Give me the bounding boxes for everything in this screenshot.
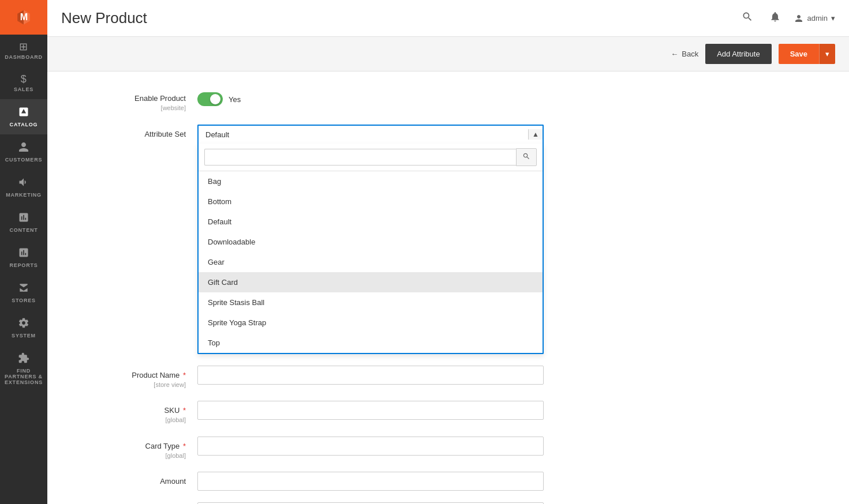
sidebar-logo: M [0,0,47,35]
list-item[interactable]: Top [199,333,543,353]
attribute-set-control: Default ▲ BagBottomDefaultDownloadableGe… [197,125,590,354]
marketing-icon [18,176,29,190]
magento-logo: M [13,7,34,28]
save-dropdown-button[interactable]: ▾ [819,44,835,64]
dropdown-search-input[interactable] [204,149,516,166]
enable-product-scope: [website] [70,104,186,112]
list-item[interactable]: Sprite Stasis Ball [199,292,543,313]
extensions-icon [18,352,29,366]
amount-input[interactable] [197,472,544,491]
sku-scope: [global] [70,416,186,424]
product-form: Enable Product [website] Yes Attribute S… [70,89,590,504]
user-icon [794,13,804,24]
sidebar-item-label: STORES [12,298,36,303]
card-type-label: Card Type * [global] [70,437,197,461]
card-type-scope: [global] [70,452,186,460]
main-content: New Product admin ▾ ← Back Add Attribute… [47,0,849,504]
attribute-set-arrow-icon: ▲ [528,129,543,140]
card-type-row: Card Type * [global] [70,437,590,461]
sidebar-item-label: CONTENT [9,227,38,233]
system-icon [18,317,29,330]
sidebar-item-reports[interactable]: REPORTS [0,240,47,275]
enable-product-row: Enable Product [website] Yes [70,89,590,113]
back-label: Back [682,50,698,58]
product-name-input[interactable] [197,366,544,385]
sidebar-item-marketing[interactable]: MARKETING [0,170,47,205]
save-dropdown-arrow-icon: ▾ [825,50,829,58]
attribute-set-value: Default [205,130,229,139]
save-button[interactable]: Save [779,44,819,64]
reports-icon [18,247,29,260]
dropdown-search-icon [522,152,530,160]
sidebar-item-stores[interactable]: STORES [0,275,47,310]
sidebar-item-label: CUSTOMERS [5,157,43,163]
sidebar-item-label: FIND PARTNERS & EXTENSIONS [2,368,45,385]
sku-control [197,401,590,420]
back-button[interactable]: ← Back [671,50,698,58]
dropdown-search-button[interactable] [516,148,537,166]
list-item[interactable]: Bag [199,171,543,191]
user-menu[interactable]: admin ▾ [794,13,835,24]
enable-product-toggle[interactable] [197,92,223,106]
list-item[interactable]: Gift Card [199,272,543,292]
toggle-thumb [210,94,220,104]
enable-product-control: Yes [197,89,590,106]
product-name-required: * [183,371,186,379]
sku-input[interactable] [197,401,544,420]
sku-label: SKU * [global] [70,401,197,425]
catalog-icon [18,106,29,119]
sidebar-item-customers[interactable]: CUSTOMERS [0,134,47,170]
product-name-label: Product Name * [store view] [70,366,197,390]
sku-required: * [183,406,186,415]
attribute-set-select[interactable]: Default ▲ [197,125,544,144]
content-area: Enable Product [website] Yes Attribute S… [47,72,849,504]
header-actions: admin ▾ [738,7,835,29]
list-item[interactable]: Downloadable [199,232,543,252]
content-icon [18,212,29,225]
sku-row: SKU * [global] [70,401,590,425]
sidebar-item-label: MARKETING [6,192,42,198]
amount-label: Amount [70,472,197,487]
customers-icon [18,141,29,155]
list-item[interactable]: Bottom [199,191,543,212]
dashboard-icon: ⊞ [19,42,28,52]
toggle-track [197,92,223,106]
attribute-set-options-list: BagBottomDefaultDownloadableGearGift Car… [199,171,543,353]
card-type-input[interactable] [197,437,544,456]
sales-icon: $ [21,74,27,84]
sidebar-item-system[interactable]: SYSTEM [0,310,47,345]
sidebar-item-sales[interactable]: $ SALES [0,67,47,99]
save-button-group: Save ▾ [779,44,835,64]
svg-text:M: M [20,12,28,22]
amount-row: Amount [70,472,590,491]
sidebar-item-catalog[interactable]: CATALOG [0,99,47,134]
card-type-required: * [183,442,186,450]
list-item[interactable]: Default [199,212,543,232]
product-name-control [197,366,590,385]
sidebar-item-label: SALES [14,86,33,92]
bell-icon [769,11,781,22]
sidebar-item-extensions[interactable]: FIND PARTNERS & EXTENSIONS [0,345,47,392]
search-button[interactable] [738,7,757,29]
card-type-control [197,437,590,456]
list-item[interactable]: Sprite Yoga Strap [199,313,543,333]
enable-product-label: Enable Product [website] [70,89,197,113]
back-arrow-icon: ← [671,50,678,58]
search-icon [742,11,753,22]
action-bar: ← Back Add Attribute Save ▾ [47,37,849,72]
add-attribute-button[interactable]: Add Attribute [705,44,771,64]
notifications-button[interactable] [766,7,784,29]
dropdown-search-area [199,144,543,171]
attribute-set-label: Attribute Set [70,125,197,140]
list-item[interactable]: Gear [199,252,543,272]
sidebar-item-label: CATALOG [10,122,38,127]
attribute-set-dropdown: BagBottomDefaultDownloadableGearGift Car… [197,144,544,354]
sidebar-item-content[interactable]: CONTENT [0,205,47,240]
attribute-set-row: Attribute Set Default ▲ [70,125,590,354]
top-header: New Product admin ▾ [47,0,849,37]
sidebar-item-label: REPORTS [9,262,38,268]
sidebar-item-dashboard[interactable]: ⊞ DASHBOARD [0,35,47,67]
page-title: New Product [61,9,738,27]
stores-icon [18,282,29,295]
user-dropdown-icon: ▾ [831,14,835,22]
